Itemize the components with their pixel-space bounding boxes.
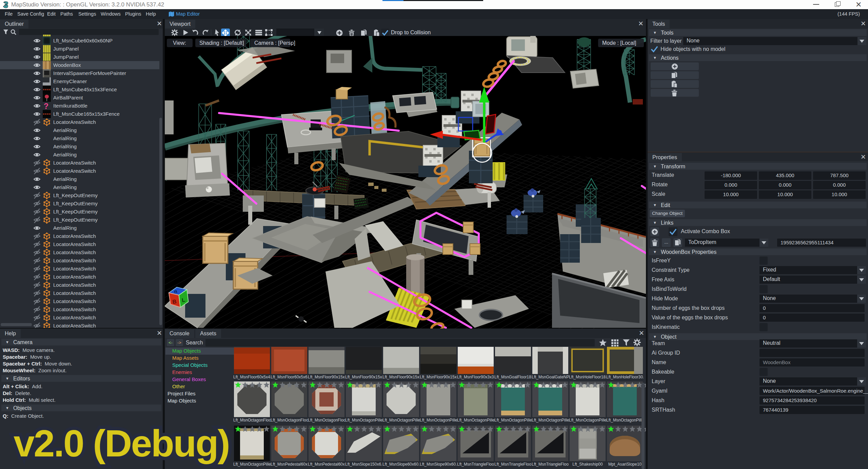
svg-text:Camera : [Persp]: Camera : [Persp] <box>254 40 295 46</box>
svg-text:Shading : [Default]: Shading : [Default] <box>199 40 244 46</box>
svg-text:Mode : [Local]: Mode : [Local] <box>602 40 636 46</box>
svg-text:View:: View: <box>173 40 186 46</box>
